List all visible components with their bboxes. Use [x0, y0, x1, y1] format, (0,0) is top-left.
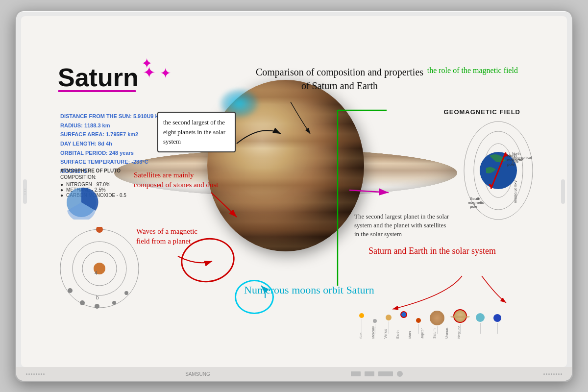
planet-labels-row: Sun Mercury Venus Earth Mars Jupiter Sat…: [359, 319, 542, 339]
svg-point-6: [68, 288, 73, 293]
day-length-info: DAY LENGTH: 8d 4h: [60, 139, 163, 148]
sun-label: Sun: [359, 321, 363, 339]
composition-label: COMPOSITION:: [60, 174, 126, 180]
waves-text: Waves of a magnetic field from a planet: [136, 227, 197, 245]
planet-description-text: the second largest of the eight planets …: [163, 119, 225, 145]
neptune-label: Neptune: [457, 319, 461, 339]
svg-text:pole: pole: [512, 160, 518, 164]
earth-label: Earth: [396, 319, 399, 339]
annotation-satellites: Satellites are mainly composed of stones…: [134, 171, 222, 190]
cyan-circle-annotation: [235, 280, 274, 314]
annotation-saturn-earth: Saturn and Earth in the solar system: [368, 245, 496, 257]
magnetic-text: the role of the magnetic field: [427, 66, 518, 74]
left-speaker: [26, 373, 45, 375]
magnetic-heading: the role of the magnetic field: [427, 65, 518, 76]
second-text: The second largest planet in the solar s…: [354, 213, 449, 238]
svg-text:b: b: [96, 295, 99, 300]
earth-field-svg: North magnetic pole North geographical p…: [459, 117, 538, 224]
bullet-methane: ●: [60, 187, 63, 193]
mercury-label: Mercury: [371, 319, 375, 339]
surface-temp-info: SURFACE TEMPERATURE: -233°C: [60, 157, 163, 167]
comparison-heading: Comparison of composition and properties…: [251, 65, 428, 93]
satellites-text: Satellites are mainly composed of stones…: [134, 171, 218, 189]
svg-text:geographical: geographical: [512, 156, 532, 160]
left-handle[interactable]: [23, 179, 27, 204]
orbital-period-info: ORBITAL PERIOD: 248 years: [60, 148, 163, 158]
uranus-label: Uranus: [445, 319, 448, 339]
atmosphere-title: ATMOSPHERE OF PLUTO: [60, 168, 126, 173]
hdmi-port: [378, 371, 393, 376]
star-icon-3: ✦: [141, 55, 152, 72]
svg-point-9: [112, 301, 116, 305]
bottom-bar: SAMSUNG: [16, 367, 572, 381]
svg-point-5: [96, 227, 103, 233]
geomagnetic-label: GEOMAGNETIC FIELD: [444, 108, 520, 116]
svg-text:4: 4: [95, 270, 98, 276]
usb-port-2: [365, 371, 374, 376]
power-button[interactable]: [397, 371, 403, 377]
saturn-word: Saturn: [58, 63, 139, 92]
monitor: Saturn ✦ ✦ ✦ DISTANCE FROM THE SUN: 5.91…: [15, 10, 573, 382]
svg-text:pole: pole: [470, 204, 478, 209]
brand-label: SAMSUNG: [185, 371, 210, 377]
right-speaker: [543, 373, 562, 375]
canvas-area[interactable]: Saturn ✦ ✦ ✦ DISTANCE FROM THE SUN: 5.91…: [21, 16, 567, 367]
info-block: DISTANCE FROM THE SUN: 5.910U9 km RADIUS…: [60, 112, 163, 176]
screen: Saturn ✦ ✦ ✦ DISTANCE FROM THE SUN: 5.91…: [21, 16, 567, 367]
right-handle[interactable]: [561, 179, 565, 204]
sun-dot: [359, 313, 364, 318]
earth-dot: [400, 311, 407, 318]
surface-area-info: SURFACE AREA: 1.795E7 km2: [60, 130, 163, 139]
orbit-diagram: b 4: [58, 227, 141, 310]
jupiter-label: Jupiter: [420, 321, 424, 339]
saturn-title: Saturn ✦ ✦ ✦: [58, 63, 171, 92]
svg-text:North: North: [512, 152, 520, 155]
svg-point-10: [124, 291, 128, 295]
distance-info: DISTANCE FROM THE SUN: 5.910U9 km: [60, 112, 163, 121]
annotation-second-largest: The second largest planet in the solar s…: [354, 212, 452, 239]
right-controls: [351, 371, 403, 377]
svg-point-7: [80, 300, 85, 305]
comparison-text: Comparison of composition and properties…: [256, 67, 423, 91]
nitrogen-pie-chart: [64, 185, 98, 220]
venus-label: Venus: [384, 319, 387, 339]
mars-label: Mars: [408, 319, 412, 339]
usb-port-1: [351, 371, 361, 376]
radius-info: RADIUS: 1188.3 km: [60, 121, 163, 130]
planet-description-box: the second largest of the eight planets …: [157, 112, 236, 152]
saturn-earth-text: Saturn and Earth in the solar system: [368, 246, 496, 256]
saturn-label: Saturn: [433, 319, 436, 339]
bullet-carbon: ●: [60, 193, 63, 198]
star-icon-2: ✦: [160, 66, 171, 81]
bullet-nitrogen: ●: [60, 182, 63, 187]
earth-diagram: North magnetic pole North geographical p…: [459, 117, 538, 224]
svg-text:Axis of rotation: Axis of rotation: [514, 180, 517, 203]
saturn-ring-small: [450, 316, 470, 318]
svg-point-8: [95, 304, 99, 309]
